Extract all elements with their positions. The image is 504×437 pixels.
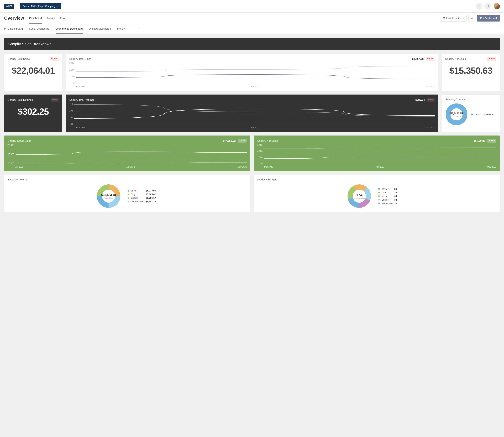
legend: Onli... $8,638.04	[471, 112, 496, 117]
change-badge: 43%	[238, 139, 247, 143]
divider	[17, 4, 17, 9]
tab-social[interactable]: Social Dashboard	[29, 24, 49, 34]
change-value: 36%	[53, 58, 57, 60]
legend-item: Google $5,796.17	[128, 197, 158, 199]
triangle-down-icon	[489, 140, 490, 141]
legend-swatch	[128, 190, 129, 192]
divider	[132, 27, 132, 31]
donut-center-value: 174	[356, 193, 363, 197]
y-axis: 3,0002,0001,0000	[69, 62, 76, 84]
legend-item: Engine 34	[378, 199, 406, 201]
card-title: Sales by Channel	[445, 98, 496, 101]
card-title: Shopify Total Sales	[8, 57, 30, 60]
edit-dashboard-button[interactable]: Edit Dashboard	[477, 15, 500, 21]
legend-swatch	[378, 202, 380, 204]
change-value: 64%	[491, 58, 495, 60]
subtab-activity[interactable]: Activity	[47, 13, 55, 24]
legend-label: Cars	[382, 191, 393, 194]
tab-ppc[interactable]: PPC Dashboard	[4, 24, 23, 34]
svg-point-5	[471, 18, 472, 19]
overflow-menu[interactable]: •••	[138, 27, 142, 30]
legend-item: Windshield 33	[378, 202, 406, 205]
y-axis: 1101009080	[69, 103, 74, 125]
help-button[interactable]: ?	[476, 3, 483, 10]
x-axis: Mar 2022Apr 2022May 2022	[69, 126, 435, 129]
share-button[interactable]	[468, 15, 475, 22]
legend-label: Mirror	[382, 195, 393, 198]
legend-value: $8,638.04	[484, 113, 496, 116]
legend-label: direct	[131, 189, 144, 192]
card-title: Products by Type	[257, 178, 496, 181]
legend-swatch	[378, 199, 380, 201]
company-selector[interactable]: Dunder Mifflin Paper Company	[20, 3, 61, 9]
legend-value: $5,796.17	[146, 197, 158, 199]
legend-label: Windshield	[382, 202, 393, 205]
legend-value: 35	[394, 195, 406, 198]
legend: direct $5,973.96 Bing $5,895.62 Google $…	[128, 188, 158, 204]
legend-label: Onli...	[474, 113, 483, 116]
change-badge: 5%	[427, 98, 435, 102]
card-sales-by-referrer: Sales by Referrer $23,453.48 Total Sales…	[4, 175, 250, 213]
date-range-text: Last 3 Months	[446, 17, 462, 20]
change-value: 43%	[241, 139, 245, 142]
subtabs: Dashboard Activity Tasks	[29, 13, 66, 24]
legend-item: Wheels 36	[378, 188, 406, 190]
donut-center-value: $23,453.48	[101, 193, 116, 197]
notifications-button[interactable]	[484, 3, 491, 10]
tab-more[interactable]: More	[117, 24, 126, 34]
card-refunds-number: Shopify Total Refunds 0% $302.25	[4, 95, 62, 132]
change-badge: 36%	[50, 57, 59, 61]
page-title: Overview	[4, 16, 24, 21]
donut-center-label: Total Sales	[104, 197, 113, 199]
change-value: 52%	[429, 58, 433, 60]
x-axis: Mar 2022Apr 2022May 2022	[257, 166, 496, 168]
big-number: $22,064.01	[8, 65, 59, 76]
row-3: Shopify Gross Sales $47,658.02 43% 20,00…	[4, 136, 500, 171]
card-total-sales-number: Shopify Total Sales 36% $22,064.01	[4, 54, 62, 91]
triangle-down-icon	[52, 99, 54, 100]
card-title: Sales by Referrer	[8, 178, 247, 181]
headline-value: $283.64	[415, 98, 425, 101]
calendar-icon	[443, 17, 445, 20]
change-badge: 64%	[487, 57, 496, 61]
svg-line-8	[472, 18, 472, 18]
row-4: Sales by Referrer $23,453.48 Total Sales…	[4, 175, 500, 213]
tab-ecommerce[interactable]: Ecommerce Dashboard	[56, 24, 83, 34]
legend-label: Google	[131, 197, 144, 199]
triangle-down-icon	[489, 58, 490, 59]
svg-line-7	[472, 18, 472, 19]
subtab-dashboard[interactable]: Dashboard	[29, 13, 42, 24]
legend-swatch	[128, 201, 129, 202]
user-avatar[interactable]	[494, 3, 500, 9]
chevron-down-icon	[463, 18, 464, 19]
triangle-up-icon	[239, 140, 240, 141]
tab-untitled[interactable]: Untitled Dashboard	[89, 24, 111, 34]
card-products-by-type: Products by Type 174 Products Sold Wheel…	[254, 175, 500, 213]
subtab-tasks[interactable]: Tasks	[60, 13, 66, 24]
chart-area	[16, 144, 247, 165]
headline-value: $2,767.58	[412, 57, 424, 60]
legend-swatch	[378, 188, 380, 190]
card-refunds-chart: Shopify Total Refunds $283.64 5% 1101009…	[66, 95, 438, 132]
date-range-selector[interactable]: Last 3 Months	[440, 15, 467, 21]
chart-area	[76, 62, 435, 84]
legend-swatch	[128, 194, 129, 195]
help-icon: ?	[479, 5, 480, 8]
donut-center-label: Products Sold	[354, 198, 365, 199]
legend-value: 36	[394, 188, 406, 190]
legend-label: Bing	[131, 193, 144, 196]
topbar: DUNDER MIFFLIN Dunder Mifflin Paper Comp…	[0, 0, 504, 13]
card-title: Shopify Net Sales	[445, 57, 466, 60]
legend-item: Cars 36	[378, 191, 406, 194]
y-axis: 6,0004,0002,0000	[257, 144, 264, 165]
chart-area	[264, 144, 496, 165]
big-number: $302.25	[8, 106, 59, 117]
x-axis: Mar 2022Apr 2022May 2022	[8, 166, 247, 168]
legend-item: Onli... $8,638.04	[471, 113, 496, 116]
legend-item: direct $5,973.96	[128, 189, 158, 192]
section-title: Shopify Sales Breakdown	[4, 38, 500, 50]
svg-point-4	[472, 17, 473, 18]
triangle-down-icon	[428, 99, 430, 100]
donut-center-value: $8,638.04	[450, 111, 463, 115]
legend-label: Wheels	[382, 188, 393, 190]
